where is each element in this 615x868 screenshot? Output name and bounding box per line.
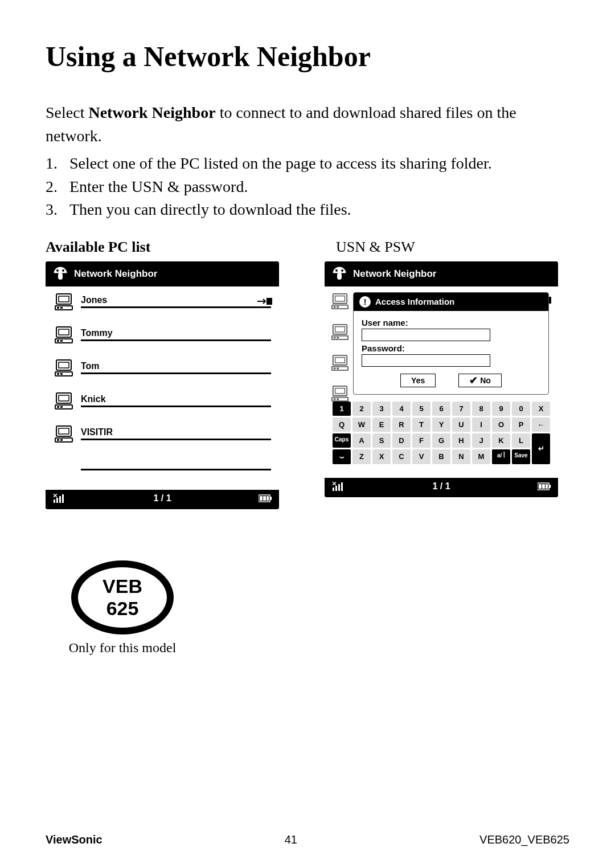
key-s[interactable]: S — [372, 433, 391, 448]
key-f[interactable]: F — [412, 433, 430, 448]
key-0[interactable]: 0 — [512, 402, 530, 416]
key-w[interactable]: W — [352, 417, 371, 432]
step-3: 3.Then you can directly to download the … — [46, 198, 569, 222]
intro-pre: Select — [46, 104, 88, 121]
steps-list: 1.Select one of the PC listed on the pag… — [46, 152, 569, 222]
on-screen-keyboard: 1 2 3 4 5 6 7 8 9 0 X Q W E R T Y — [330, 402, 552, 468]
key-6[interactable]: 6 — [432, 402, 450, 416]
key-save[interactable]: Save — [512, 449, 530, 464]
pc-item-jones[interactable]: Jones — [46, 286, 279, 312]
key-8[interactable]: 8 — [472, 402, 490, 416]
app-icon — [331, 266, 347, 282]
key-e[interactable]: E — [372, 417, 391, 432]
caption-available-pc: Available PC list — [46, 239, 279, 256]
key-l[interactable]: L — [512, 433, 530, 448]
key-enter[interactable]: ↵ — [532, 433, 550, 464]
page-indicator: 1 / 1 — [153, 493, 171, 503]
key-u[interactable]: U — [452, 417, 470, 432]
password-label: Password: — [362, 343, 540, 353]
key-space[interactable]: ⌣ — [333, 449, 351, 464]
pc-item-tom[interactable]: Tom — [46, 353, 279, 378]
step-1: 1.Select one of the PC listed on the pag… — [46, 152, 569, 175]
screen-header: Network Neighbor — [325, 261, 558, 286]
key-g[interactable]: G — [432, 433, 450, 448]
key-p[interactable]: P — [512, 417, 530, 432]
username-input[interactable] — [362, 329, 490, 341]
key-lang[interactable]: a/ ﺃ — [492, 449, 510, 464]
key-o[interactable]: O — [492, 417, 510, 432]
pc-name: Tom — [81, 361, 271, 372]
pc-list: Jones Tommy Tom Knick VISITIR — [46, 286, 279, 490]
key-3[interactable]: 3 — [372, 402, 391, 416]
page-footer: ViewSonic 41 VEB620_VEB625 — [46, 833, 569, 846]
model-line1: VEB — [102, 575, 142, 597]
key-z[interactable]: Z — [352, 449, 371, 464]
key-2[interactable]: 2 — [352, 402, 371, 416]
key-h[interactable]: H — [452, 433, 470, 448]
pc-item-empty — [46, 452, 279, 470]
key-5[interactable]: 5 — [412, 402, 430, 416]
key-b[interactable]: B — [432, 449, 450, 464]
key-r[interactable]: R — [392, 417, 411, 432]
screen-title: Network Neighbor — [353, 268, 436, 280]
key-1[interactable]: 1 — [333, 402, 351, 416]
key-caps[interactable]: Caps — [333, 433, 351, 448]
enter-arrow-icon — [257, 297, 272, 308]
model-oval-icon: VEB 625 — [71, 560, 174, 634]
no-button[interactable]: ✔No — [458, 374, 502, 387]
model-caption: Only for this model — [63, 640, 182, 656]
pc-icon — [54, 358, 74, 378]
battery-icon — [259, 494, 272, 503]
pc-icon — [54, 325, 74, 345]
key-4[interactable]: 4 — [392, 402, 411, 416]
pc-name: Jones — [81, 295, 271, 306]
check-icon: ✔ — [469, 375, 478, 386]
footer-page-number: 41 — [285, 833, 297, 846]
footer-model: VEB620_VEB625 — [479, 833, 569, 846]
key-d[interactable]: D — [392, 433, 411, 448]
screen-title: Network Neighbor — [74, 268, 157, 280]
key-n[interactable]: N — [452, 449, 470, 464]
battery-icon — [538, 482, 551, 491]
pc-item-visitir[interactable]: VISITIR — [46, 419, 279, 444]
intro-text: Select Network Neighbor to connect to an… — [46, 101, 569, 148]
app-icon — [52, 266, 68, 282]
key-backspace[interactable]: ← — [532, 417, 550, 432]
pc-item-tommy[interactable]: Tommy — [46, 320, 279, 345]
key-i[interactable]: I — [472, 417, 490, 432]
model-line2: 625 — [106, 597, 139, 620]
key-t[interactable]: T — [412, 417, 430, 432]
key-9[interactable]: 9 — [492, 402, 510, 416]
step-2: 2.Enter the USN & password. — [46, 175, 569, 199]
background-pc-icons — [330, 292, 350, 403]
pc-name: VISITIR — [81, 427, 271, 439]
signal-icon — [331, 482, 345, 491]
password-input[interactable] — [362, 354, 490, 367]
key-j[interactable]: J — [472, 433, 490, 448]
screenshot-access-info: Network Neighbor ! Access Information Us… — [325, 261, 558, 497]
username-label: User name: — [362, 318, 540, 327]
page-indicator: 1 / 1 — [432, 481, 450, 492]
key-k[interactable]: K — [492, 433, 510, 448]
key-m[interactable]: M — [472, 449, 490, 464]
screen-footer: 1 / 1 — [325, 478, 558, 497]
key-y[interactable]: Y — [432, 417, 450, 432]
pc-icon — [54, 424, 74, 444]
pc-item-knick[interactable]: Knick — [46, 386, 279, 411]
key-q[interactable]: Q — [333, 417, 351, 432]
page-title: Using a Network Neighbor — [46, 40, 569, 73]
key-delete[interactable]: X — [532, 402, 550, 416]
key-x[interactable]: X — [372, 449, 391, 464]
key-a[interactable]: A — [352, 433, 371, 448]
yes-button[interactable]: Yes — [400, 374, 436, 387]
footer-brand: ViewSonic — [46, 833, 102, 846]
model-badge: VEB 625 Only for this model — [63, 560, 182, 656]
caption-usn-psw: USN & PSW — [336, 239, 569, 256]
key-c[interactable]: C — [392, 449, 411, 464]
key-v[interactable]: V — [412, 449, 430, 464]
signal-icon — [52, 494, 66, 503]
dialog-title: Access Information — [375, 297, 454, 306]
access-info-dialog: ! Access Information User name: Password… — [353, 292, 549, 395]
key-7[interactable]: 7 — [452, 402, 470, 416]
screen-footer: 1 / 1 — [46, 490, 279, 509]
